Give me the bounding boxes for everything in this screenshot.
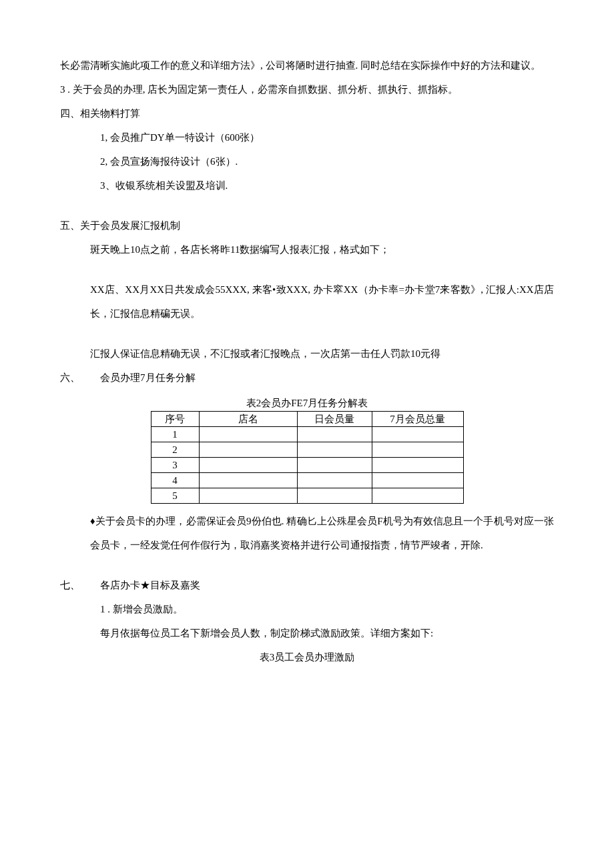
paragraph: 3 . 关于会员的办理, 店长为固定第一责任人，必需亲自抓数据、抓分析、抓执行、… [60,77,554,101]
table-header: 店名 [199,412,297,427]
table-cell [372,442,463,458]
table-caption-text: 表2会员办FE7月任务分解表 [246,398,368,408]
table-cell [297,458,372,473]
heading-section-6: 六、 会员办理7月任务分解 [60,366,554,390]
table-cell [199,458,297,473]
table-cell [297,442,372,458]
paragraph: 每月依据每位员工名下新增会员人数，制定阶梯式激励政策。详细方案如下: [60,621,554,645]
table-cell [199,488,297,504]
table-cell: 1 [151,427,199,442]
table-cell: 4 [151,473,199,488]
table-row: 1 [151,427,463,442]
list-item: 1, 会员推广DY单一特设计（600张） [60,125,554,149]
table-row: 5 [151,488,463,504]
table-cell [297,473,372,488]
list-item: 2, 会员宣扬海报待设计（6张）. [60,149,554,173]
paragraph: XX店、XX月XX日共发成会55XXX, 来客•致XXX, 办卡窣XX（办卡率=… [60,278,554,326]
paragraph: 斑天晚上10点之前，各店长将昨11数据编写人报表汇报，格式如下； [60,238,554,262]
table-caption: 表3员工会员办理激励 [60,645,554,669]
table-cell [199,427,297,442]
table-cell [199,442,297,458]
table-task-breakdown: 序号 店名 日会员量 7月会员总量 1 2 3 4 [151,411,464,504]
heading-section-4: 四、相关物料打算 [60,101,554,125]
table-caption: 表2会员办FE7月任务分解表 [60,395,554,411]
table-cell [199,473,297,488]
table-row: 2 [151,442,463,458]
table-header: 序号 [151,412,199,427]
table-row: 3 [151,458,463,473]
paragraph: 长必需清晰实施此项工作的意义和详细方法》, 公司将陋时进行抽查. 同时总结在实际… [60,53,554,77]
paragraph-note: ♦关于会员卡的办理，必需保证会员9份伯也. 精确匕上公殊星会员F机号为有效信息且… [60,509,554,557]
table-header-row: 序号 店名 日会员量 7月会员总量 [151,412,463,427]
table-header: 7月会员总量 [372,412,463,427]
table-cell: 2 [151,442,199,458]
table-cell [372,473,463,488]
list-item: 3、收银系统相关设盟及培训. [60,173,554,197]
table-cell [297,427,372,442]
table-row: 4 [151,473,463,488]
table-cell [372,458,463,473]
table-cell [297,488,372,504]
list-item: 1 . 新增会员激励。 [60,597,554,621]
heading-section-5: 五、关于会员发展汇报机制 [60,213,554,238]
table-cell [372,427,463,442]
table-cell: 3 [151,458,199,473]
table-cell [372,488,463,504]
table-cell: 5 [151,488,199,504]
table-header: 日会员量 [297,412,372,427]
heading-section-7: 七、 各店办卡★目标及嘉奖 [60,573,554,597]
paragraph: 汇报人保证信息精确无误，不汇报或者汇报晚点，一次店第一击任人罚款10元得 [60,342,554,366]
